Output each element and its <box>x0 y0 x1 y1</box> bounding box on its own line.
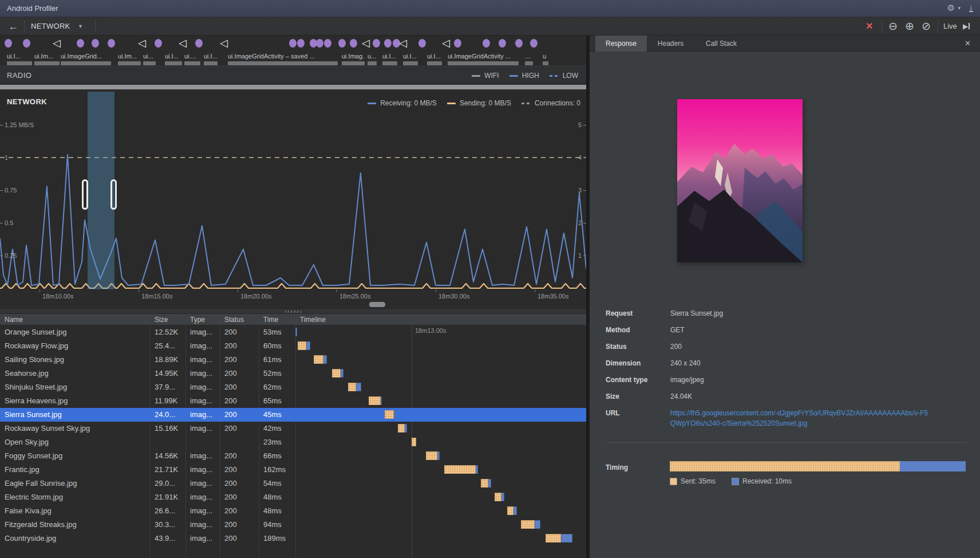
zoom-in-icon[interactable]: ⊕ <box>905 17 914 36</box>
timeline-sent-bar <box>398 424 405 433</box>
tab-response[interactable]: Response <box>595 36 647 52</box>
url-link[interactable]: https://lh5.googleusercontent.com/-dJgje… <box>670 409 928 417</box>
cell-type: imag... <box>190 339 219 353</box>
detail-value: GET <box>670 326 685 334</box>
column-header-time[interactable]: Time <box>263 314 294 325</box>
table-row[interactable]: Rockaway Sunset Sky.jpg15.16Kimag...2004… <box>0 422 586 435</box>
timeline-received-bar <box>341 369 343 378</box>
radio-legend: WIFIHIGHLOW <box>472 72 578 80</box>
cell-type: imag... <box>190 518 219 532</box>
activity-label: ui.I... <box>204 53 218 60</box>
timeline-sent-bar <box>444 465 476 474</box>
activity-lifetime-bar <box>204 61 218 65</box>
cell-size: 21.91K <box>155 490 184 504</box>
table-row[interactable]: Countryside.jpg43.9...imag...200189ms <box>0 532 586 545</box>
table-row[interactable]: Eagle Fall Sunrise.jpg29.0...imag...2005… <box>0 477 586 490</box>
cell-status: 200 <box>224 339 258 353</box>
legend-swatch-icon <box>521 103 531 104</box>
horizontal-scrollbar-thumb[interactable] <box>369 302 385 307</box>
download-icon[interactable]: ↓ <box>969 3 974 12</box>
x-axis-tick <box>535 289 535 292</box>
table-row[interactable]: Foggy Sunset.jpg14.56Kimag...20066ms <box>0 449 586 463</box>
activity-label: ui.ImageGrid... <box>61 53 111 60</box>
table-row[interactable]: Frantic.jpg21.71Kimag...200162ms <box>0 463 586 477</box>
skip-to-end-icon[interactable]: ▶ <box>963 17 970 36</box>
legend-label: Sending: 0 MB/S <box>460 99 511 107</box>
cell-size: 30.3... <box>155 518 184 532</box>
activity-event-dot-icon <box>108 39 115 48</box>
cell-name: Sailing Stones.jpg <box>5 353 148 367</box>
reset-zoom-icon[interactable]: ⊘ <box>922 17 931 36</box>
column-header-status[interactable]: Status <box>224 314 258 325</box>
end-session-icon[interactable]: ✕ <box>866 17 873 36</box>
cell-time: 42ms <box>263 422 294 435</box>
network-chart[interactable]: NETWORK Receiving: 0 MB/SSending: 0 MB/S… <box>0 92 586 289</box>
cell-status: 200 <box>224 449 258 463</box>
table-row[interactable]: Sailing Stones.jpg18.89Kimag...20061ms <box>0 353 586 367</box>
activity-event-dot-icon <box>350 39 357 48</box>
pane-splitter[interactable] <box>0 308 586 314</box>
cell-name: Orange Sunset.jpg <box>5 325 148 339</box>
chevron-down-icon[interactable]: ▼ <box>78 17 83 36</box>
detail-label: Request <box>606 309 633 317</box>
cell-type: imag... <box>190 490 219 504</box>
table-row[interactable]: Open Sky.jpg23ms <box>0 435 586 449</box>
cell-type: imag... <box>190 422 219 435</box>
zoom-out-icon[interactable]: ⊖ <box>888 17 898 36</box>
y-axis-tick <box>0 158 3 158</box>
activity-label: ui... <box>143 53 156 60</box>
table-row[interactable]: Orange Sunset.jpg12.52Kimag...20053ms <box>0 325 586 339</box>
column-header-type[interactable]: Type <box>190 314 219 325</box>
table-row[interactable]: Shinjuku Street.jpg37.9...imag...20062ms <box>0 380 586 394</box>
cell-size: 14.95K <box>155 367 184 380</box>
table-row[interactable]: Electric Storm.jpg21.91Kimag...20048ms <box>0 490 586 504</box>
table-row[interactable]: Seahorse.jpg14.95Kimag...20052ms <box>0 367 586 380</box>
x-axis-label: 18m20.00s <box>240 293 271 300</box>
timeline-sent-bar <box>314 355 323 364</box>
activity-lifetime-bar <box>448 61 519 65</box>
tab-headers[interactable]: Headers <box>647 36 694 52</box>
activity-event-dot-icon <box>373 39 380 48</box>
activity-event-dot-icon <box>23 39 30 48</box>
table-row[interactable]: False Kiva.jpg26.6...imag...20048ms <box>0 504 586 518</box>
column-header-size[interactable]: Size <box>155 314 184 325</box>
activity-event-dot-icon <box>384 39 392 48</box>
activity-event-dot-icon <box>316 39 323 48</box>
cell-type: imag... <box>190 408 219 422</box>
gear-icon[interactable]: ⚙ <box>947 3 955 13</box>
cell-status: 200 <box>224 422 258 435</box>
received-swatch-icon <box>732 478 739 485</box>
table-row[interactable]: Fitzgerald Streaks.jpg30.3...imag...2009… <box>0 518 586 532</box>
y-axis-label: 4 <box>578 154 582 161</box>
cell-status: 200 <box>224 504 258 518</box>
cell-size: 24.0... <box>155 408 184 422</box>
gear-caret-icon[interactable]: ▾ <box>958 5 961 11</box>
activity-lifetime-bar <box>7 61 32 65</box>
legend-item: HIGH <box>509 72 539 80</box>
timing-label: Timing <box>606 463 628 471</box>
selection-handle-left[interactable] <box>82 179 88 210</box>
live-button[interactable]: Live <box>943 17 957 36</box>
timeline-received-bar <box>561 534 572 543</box>
cell-name: Rockaway Sunset Sky.jpg <box>5 422 148 435</box>
cell-time: 48ms <box>263 504 294 518</box>
activity-lifetime-bar <box>525 61 533 65</box>
back-arrow-icon[interactable]: ← <box>8 17 18 36</box>
table-row[interactable]: Sierra Heavens.jpg11.99Kimag...20065ms <box>0 394 586 408</box>
legend-item: WIFI <box>472 72 499 80</box>
activity-label: ui.I... <box>7 53 32 60</box>
tab-call-stack[interactable]: Call Stack <box>696 36 747 52</box>
close-details-icon[interactable]: ✕ <box>965 36 971 52</box>
cell-time: 45ms <box>263 408 294 422</box>
timeline-received-bar <box>323 355 327 364</box>
selection-handle-right[interactable] <box>110 179 117 210</box>
y-axis-label: 0.5 <box>5 219 13 226</box>
column-header-timeline[interactable]: Timeline <box>300 314 585 325</box>
session-dropdown[interactable]: NETWORK <box>31 17 70 36</box>
table-row[interactable]: Rockaway Flow.jpg25.4...imag...20060ms <box>0 339 586 353</box>
url-link[interactable]: QWpYO6s/s240-c/Sierra%252520Sunset.jpg <box>670 419 807 427</box>
timeline-sent-bar <box>348 383 356 391</box>
table-row[interactable]: Sierra Sunset.jpg24.0...imag...20045ms <box>0 408 586 422</box>
sent-legend-label: Sent: 35ms <box>681 477 716 485</box>
column-header-name[interactable]: Name <box>5 314 149 325</box>
